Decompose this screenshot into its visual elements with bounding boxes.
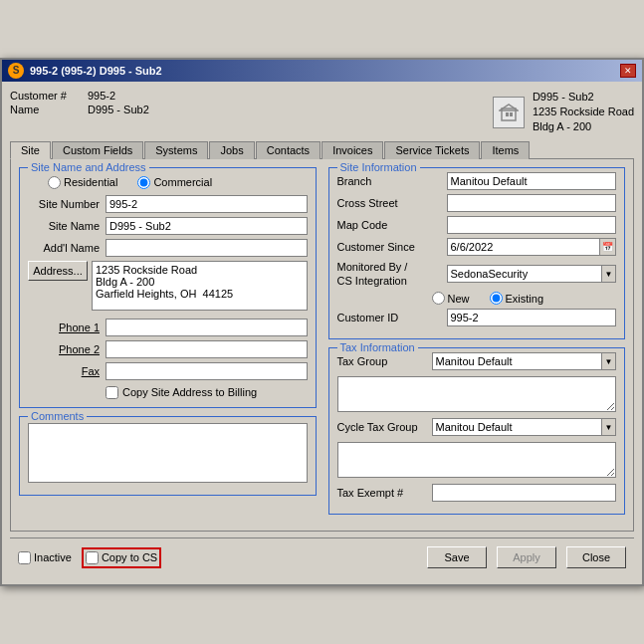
new-label: New	[448, 293, 470, 305]
inactive-label[interactable]: Inactive	[18, 551, 72, 564]
svg-rect-2	[510, 112, 513, 116]
site-name-label: Site Name	[28, 220, 106, 232]
site-info-group: Site Information Branch Manitou Default …	[328, 167, 626, 340]
branch-dropdown[interactable]: Manitou Default	[447, 172, 617, 190]
phone2-row: Phone 2	[28, 340, 308, 358]
svg-rect-1	[506, 112, 509, 116]
residential-radio-label[interactable]: Residential	[48, 176, 117, 189]
phone1-row: Phone 1	[28, 319, 308, 336]
cycle-tax-row: Cycle Tax Group Manitou Default ▼	[337, 418, 617, 436]
existing-radio-label[interactable]: Existing	[490, 292, 544, 305]
customer-id-row: Customer ID	[337, 309, 617, 326]
site-number-row: Site Number	[28, 195, 308, 213]
customer-name-value: D995 - Sub2	[88, 104, 149, 115]
branch-row: Branch Manitou Default	[337, 172, 617, 190]
cross-street-label: Cross Street	[337, 197, 447, 209]
cycle-tax-value: Manitou Default	[433, 420, 602, 434]
comments-group: Comments	[19, 416, 317, 496]
copy-site-address-label: Copy Site Address to Billing	[122, 386, 257, 398]
cycle-tax-arrow-icon: ▼	[601, 419, 615, 435]
address-textarea[interactable]: 1235 Rockside Road Bldg A - 200 Garfield…	[92, 261, 308, 311]
customer-number-value: 995-2	[88, 90, 115, 102]
customer-since-date[interactable]: 6/6/2022 📅	[447, 238, 617, 256]
site-name-row: Site Name	[28, 217, 308, 235]
tab-custom-fields[interactable]: Custom Fields	[52, 141, 143, 159]
map-code-input[interactable]	[447, 216, 617, 234]
copy-to-cs-checkbox[interactable]	[86, 551, 99, 564]
commercial-radio[interactable]	[137, 176, 150, 189]
address-row: Address... 1235 Rockside Road Bldg A - 2…	[28, 261, 308, 311]
apply-button[interactable]: Apply	[497, 546, 556, 568]
save-button[interactable]: Save	[427, 546, 487, 568]
cross-street-input[interactable]	[447, 194, 617, 212]
inactive-text: Inactive	[34, 551, 72, 563]
copy-site-address-checkbox[interactable]	[106, 386, 118, 399]
phone1-input[interactable]	[106, 319, 308, 336]
tab-jobs[interactable]: Jobs	[209, 141, 254, 159]
tax-exempt-input[interactable]	[432, 484, 617, 502]
site-number-label: Site Number	[28, 198, 106, 210]
header-address-text: D995 - Sub2 1235 Rockside Road Bldg A - …	[533, 90, 634, 135]
existing-radio[interactable]	[490, 292, 503, 305]
inactive-checkbox[interactable]	[18, 551, 31, 564]
commercial-label: Commercial	[153, 176, 212, 188]
tab-invoices[interactable]: Invoices	[322, 141, 383, 159]
tab-site[interactable]: Site	[10, 141, 51, 159]
cycle-tax-dropdown[interactable]: Manitou Default ▼	[432, 418, 617, 436]
new-radio[interactable]	[432, 292, 445, 305]
commercial-radio-label[interactable]: Commercial	[137, 176, 212, 189]
bottom-bar: Inactive Copy to CS Save Apply Close	[10, 537, 634, 576]
addl-name-input[interactable]	[106, 239, 308, 257]
customer-name-label: Name	[10, 104, 82, 115]
customer-since-value: 6/6/2022	[448, 240, 600, 254]
phone2-input[interactable]	[106, 340, 308, 358]
site-name-address-label: Site Name and Address	[28, 161, 149, 173]
tab-service-tickets[interactable]: Service Tickets	[384, 141, 480, 159]
calendar-icon[interactable]: 📅	[599, 239, 615, 255]
tax-exempt-label: Tax Exempt #	[337, 487, 432, 499]
copy-to-cs-label[interactable]: Copy to CS	[86, 551, 157, 564]
site-number-input[interactable]	[106, 195, 308, 213]
branch-label: Branch	[337, 175, 447, 187]
copy-to-cs-text: Copy to CS	[102, 551, 157, 563]
close-window-button[interactable]: ✕	[620, 64, 636, 78]
branch-value: Manitou Default	[448, 174, 616, 188]
customer-info: Customer # 995-2 Name D995 - Sub2	[10, 90, 149, 115]
app-icon: S	[8, 63, 24, 79]
main-window: S 995-2 (995-2) D995 - Sub2 ✕ Customer #…	[0, 58, 644, 587]
customer-id-input[interactable]	[447, 309, 617, 326]
addl-name-label: Add'l Name	[28, 242, 106, 254]
fax-input[interactable]	[106, 362, 308, 380]
existing-label: Existing	[506, 293, 544, 305]
dropdown-arrow-icon: ▼	[601, 266, 615, 282]
cycle-tax-note-textarea[interactable]	[337, 442, 617, 478]
map-code-row: Map Code	[337, 216, 617, 234]
comments-textarea[interactable]	[28, 423, 308, 483]
new-existing-row: New Existing	[432, 292, 617, 305]
monitored-by-dropdown[interactable]: SedonaSecurity ▼	[447, 265, 617, 283]
tab-contacts[interactable]: Contacts	[256, 141, 321, 159]
monitored-by-label: Monitored By /CS Integration	[337, 260, 447, 289]
site-info-label: Site Information	[337, 161, 420, 173]
tax-group-note-textarea[interactable]	[337, 376, 617, 412]
tax-group-dropdown[interactable]: Manitou Default ▼	[432, 352, 617, 370]
customer-since-row: Customer Since 6/6/2022 📅	[337, 238, 617, 256]
header-address-block: D995 - Sub2 1235 Rockside Road Bldg A - …	[493, 90, 634, 135]
window-title: 995-2 (995-2) D995 - Sub2	[30, 65, 162, 77]
tabs-bar: Site Custom Fields Systems Jobs Contacts…	[10, 141, 634, 159]
tax-exempt-row: Tax Exempt #	[337, 484, 617, 502]
new-radio-label[interactable]: New	[432, 292, 470, 305]
phone2-label: Phone 2	[28, 343, 106, 355]
residential-radio[interactable]	[48, 176, 61, 189]
tax-info-group: Tax Information Tax Group Manitou Defaul…	[328, 347, 626, 515]
close-button[interactable]: Close	[566, 546, 626, 568]
header-section: Customer # 995-2 Name D995 - Sub2	[10, 90, 634, 135]
fax-label: Fax	[28, 365, 106, 377]
address-button[interactable]: Address...	[28, 261, 88, 281]
tab-systems[interactable]: Systems	[144, 141, 208, 159]
residential-label: Residential	[64, 176, 117, 188]
tab-items[interactable]: Items	[481, 141, 530, 159]
site-name-input[interactable]	[106, 217, 308, 235]
tax-group-value: Manitou Default	[433, 354, 602, 368]
copy-site-address-row: Copy Site Address to Billing	[106, 386, 308, 399]
